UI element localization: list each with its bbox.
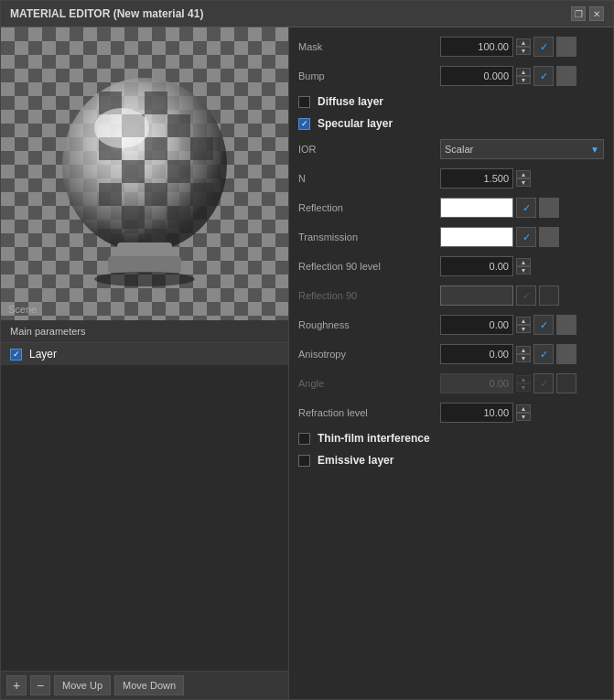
layer-panel: Main parameters Layer + − Move Up Move D… [1, 320, 288, 699]
n-spin-up[interactable]: ▲ [516, 170, 531, 178]
svg-rect-7 [145, 137, 167, 160]
transmission-row: Transmission ✓ [298, 225, 604, 249]
reflection-check-button[interactable]: ✓ [516, 198, 536, 218]
anisotropy-controls: ▲ ▼ ✓ [440, 344, 604, 364]
reflection-swatch[interactable] [440, 198, 513, 218]
roughness-color-button[interactable] [556, 315, 576, 335]
mask-spinner: ▲ ▼ [516, 38, 531, 55]
reflection-90-label: Reflection 90 [298, 290, 440, 301]
mask-spin-down[interactable]: ▼ [516, 47, 531, 55]
emissive-layer-checkbox[interactable] [298, 455, 310, 467]
bump-spin-down[interactable]: ▼ [516, 76, 531, 84]
refraction-level-input[interactable] [440, 403, 513, 423]
reflection-row: Reflection ✓ [298, 196, 604, 220]
roughness-spin-down[interactable]: ▼ [516, 325, 531, 333]
svg-rect-20 [108, 256, 181, 273]
remove-layer-button[interactable]: − [30, 675, 50, 695]
n-input[interactable] [440, 168, 513, 188]
reflection-controls: ✓ [440, 198, 604, 218]
ior-row: IOR Scalar ▼ [298, 137, 604, 161]
n-spin-down[interactable]: ▼ [516, 178, 531, 187]
restore-button[interactable]: ❐ [571, 6, 586, 21]
main-content: Scene Main parameters Layer + − Move Up … [1, 27, 613, 699]
reflection-90-row: Reflection 90 ✓ [298, 284, 604, 307]
title-buttons: ❐ ✕ [571, 6, 604, 21]
move-down-button[interactable]: Move Down [114, 675, 184, 695]
bump-color-button[interactable] [556, 66, 576, 86]
chess-piece-overlay [1, 27, 288, 320]
mask-row: Mask ▲ ▼ ✓ [298, 35, 604, 59]
svg-rect-3 [145, 92, 167, 114]
layer-visibility-checkbox[interactable] [10, 349, 22, 361]
mask-check-button[interactable]: ✓ [533, 37, 554, 57]
reflection-90-level-spin-up[interactable]: ▲ [516, 258, 531, 266]
svg-rect-5 [167, 114, 190, 137]
reflection-90-swatch [440, 285, 513, 306]
reflection-label: Reflection [298, 202, 440, 213]
mask-label: Mask [298, 41, 440, 52]
bump-controls: ▲ ▼ ✓ [440, 66, 604, 86]
ior-arrow-icon: ▼ [590, 145, 599, 155]
preview-area: Scene [1, 27, 288, 320]
add-layer-button[interactable]: + [6, 675, 27, 695]
diffuse-layer-row: Diffuse layer [298, 93, 604, 110]
specular-layer-checkbox[interactable] [298, 118, 310, 130]
roughness-spin-up[interactable]: ▲ [516, 317, 531, 325]
specular-layer-label: Specular layer [318, 117, 393, 130]
diffuse-layer-checkbox[interactable] [298, 96, 310, 108]
refraction-level-spin-down[interactable]: ▼ [516, 413, 531, 421]
svg-rect-10 [167, 160, 190, 183]
layer-list: Layer [1, 343, 288, 671]
n-label: N [298, 173, 440, 184]
reflection-color-button[interactable] [539, 198, 559, 218]
anisotropy-spinner: ▲ ▼ [516, 346, 531, 362]
move-up-button[interactable]: Move Up [54, 675, 111, 695]
bump-spin-up[interactable]: ▲ [516, 68, 531, 76]
reflection-90-level-spinner: ▲ ▼ [516, 258, 531, 275]
anisotropy-spin-up[interactable]: ▲ [516, 346, 531, 354]
thin-film-checkbox[interactable] [298, 433, 310, 445]
roughness-row: Roughness ▲ ▼ ✓ [298, 313, 604, 337]
bump-input[interactable] [440, 66, 513, 86]
close-button[interactable]: ✕ [589, 6, 604, 21]
mask-color-button[interactable] [556, 37, 576, 57]
angle-spinner: ▲ ▼ [516, 375, 531, 392]
refraction-level-spin-up[interactable]: ▲ [516, 404, 531, 413]
svg-point-21 [94, 272, 195, 286]
layer-header: Main parameters [1, 320, 288, 343]
svg-rect-13 [190, 183, 213, 206]
left-panel: Scene Main parameters Layer + − Move Up … [1, 27, 289, 699]
transmission-swatch[interactable] [440, 227, 513, 247]
svg-rect-12 [145, 183, 167, 206]
refraction-level-row: Refraction level ▲ ▼ [298, 401, 604, 425]
anisotropy-check-button[interactable]: ✓ [533, 344, 554, 364]
reflection-90-level-input[interactable] [440, 256, 513, 276]
layer-item[interactable]: Layer [1, 343, 288, 365]
layer-name: Layer [29, 348, 57, 361]
svg-rect-9 [122, 160, 145, 183]
angle-controls: ▲ ▼ ✓ [440, 373, 604, 393]
title-bar: MATERIAL EDITOR (New material 41) ❐ ✕ [1, 1, 613, 27]
roughness-input[interactable] [440, 315, 513, 335]
transmission-check-button[interactable]: ✓ [516, 227, 536, 247]
angle-spin-up: ▲ [516, 375, 531, 383]
emissive-layer-row: Emissive layer [298, 452, 604, 468]
ior-dropdown[interactable]: Scalar ▼ [440, 139, 604, 159]
transmission-label: Transmission [298, 232, 440, 242]
bump-check-button[interactable]: ✓ [533, 66, 554, 86]
anisotropy-input[interactable] [440, 344, 513, 364]
anisotropy-spin-down[interactable]: ▼ [516, 354, 531, 362]
refraction-level-label: Refraction level [298, 407, 440, 418]
anisotropy-color-button[interactable] [556, 344, 576, 364]
reflection-90-level-spin-down[interactable]: ▼ [516, 266, 531, 275]
bump-spinner: ▲ ▼ [516, 68, 531, 84]
angle-label: Angle [298, 378, 440, 389]
window-title: MATERIAL EDITOR (New material 41) [10, 7, 203, 20]
roughness-check-button[interactable]: ✓ [533, 315, 554, 335]
svg-rect-11 [99, 183, 122, 206]
transmission-color-button[interactable] [539, 227, 559, 247]
reflection-90-level-label: Reflection 90 level [298, 261, 440, 272]
mask-controls: ▲ ▼ ✓ [440, 37, 604, 57]
mask-input[interactable] [440, 37, 513, 57]
mask-spin-up[interactable]: ▲ [516, 38, 531, 47]
